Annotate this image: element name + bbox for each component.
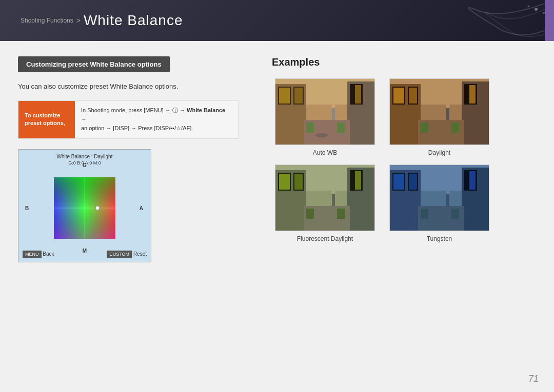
- caption-tungsten: Tungsten: [427, 235, 452, 242]
- svg-rect-22: [306, 122, 314, 133]
- menu-back-group: MENU Back: [23, 251, 54, 258]
- svg-rect-17: [355, 85, 361, 104]
- example-auto-wb: Auto WB: [272, 78, 378, 156]
- breadcrumb-separator: >: [76, 16, 81, 25]
- svg-rect-23: [337, 122, 345, 133]
- page-title: White Balance: [84, 12, 183, 29]
- purple-tab: [545, 0, 554, 41]
- svg-rect-29: [393, 88, 404, 104]
- svg-rect-52: [306, 209, 314, 219]
- svg-rect-48: [355, 171, 361, 190]
- left-panel: Customizing preset White Balance options…: [0, 41, 256, 392]
- svg-rect-37: [421, 122, 428, 133]
- header-decoration: [400, 0, 554, 41]
- svg-rect-50: [332, 193, 335, 206]
- svg-rect-45: [294, 174, 303, 190]
- examples-title: Examples: [272, 56, 539, 68]
- svg-point-21: [331, 104, 335, 108]
- description-text: You can also customize preset White Bala…: [18, 82, 239, 90]
- right-panel: Examples: [256, 41, 554, 392]
- example-image-auto-wb: [275, 78, 375, 145]
- wb-diagram-title: White Balance : Daylight: [23, 154, 147, 159]
- wb-label-a: A: [140, 205, 143, 211]
- svg-point-7: [95, 206, 100, 210]
- color-grid-svg: [51, 175, 118, 241]
- svg-rect-65: [446, 193, 449, 206]
- svg-rect-63: [469, 171, 476, 190]
- custom-reset-group: CUSTOM Reset: [107, 251, 147, 258]
- street-image-fluorescent: [275, 165, 375, 231]
- example-image-tungsten: [389, 164, 489, 231]
- svg-rect-68: [451, 209, 459, 219]
- instruction-content: In Shooting mode, press [MENU] → ⓘ → Whi…: [75, 101, 238, 138]
- svg-rect-14: [294, 88, 303, 104]
- example-daylight: Daylight: [386, 78, 492, 156]
- menu-button[interactable]: MENU: [23, 251, 42, 258]
- wb-label-g: G: [83, 162, 87, 168]
- caption-auto-wb: Auto WB: [313, 149, 337, 156]
- svg-rect-30: [409, 88, 417, 104]
- svg-rect-53: [337, 209, 345, 219]
- breadcrumb: Shooting Functions: [21, 17, 73, 24]
- example-image-daylight: [389, 78, 489, 145]
- svg-rect-38: [451, 122, 459, 133]
- instruction-box: To customizepreset options, In Shooting …: [18, 100, 239, 139]
- header: Shooting Functions > White Balance: [0, 0, 554, 41]
- caption-daylight: Daylight: [428, 149, 450, 156]
- street-image-daylight: [390, 79, 489, 145]
- svg-rect-60: [409, 174, 417, 190]
- main-content: Customizing preset White Balance options…: [0, 41, 554, 392]
- street-image-auto-wb: [275, 79, 375, 145]
- svg-rect-67: [421, 209, 428, 219]
- example-tungsten: Tungsten: [386, 164, 492, 242]
- wb-label-b: B: [25, 205, 29, 211]
- example-image-fluorescent: [275, 164, 375, 231]
- wb-diagram: White Balance : Daylight G:0 B:0 A:9 M:0…: [18, 149, 151, 262]
- svg-point-51: [331, 190, 335, 194]
- example-fluorescent: Fluorescent Daylight: [272, 164, 378, 242]
- page-number: 71: [528, 374, 539, 384]
- svg-point-66: [446, 190, 450, 194]
- street-image-tungsten: [390, 165, 489, 231]
- section-title: Customizing preset White Balance options: [18, 56, 170, 72]
- svg-rect-13: [279, 88, 290, 104]
- custom-button[interactable]: CUSTOM: [107, 251, 132, 258]
- caption-fluorescent: Fluorescent Daylight: [297, 235, 353, 242]
- wb-label-m: M: [83, 248, 87, 254]
- reset-label: Reset: [133, 251, 147, 257]
- instruction-label: To customizepreset options,: [18, 101, 75, 138]
- svg-rect-44: [279, 174, 290, 190]
- back-label: Back: [43, 251, 54, 257]
- svg-rect-35: [446, 107, 449, 120]
- svg-rect-59: [393, 174, 404, 190]
- svg-point-0: [535, 8, 538, 11]
- svg-point-19: [315, 133, 328, 137]
- svg-rect-33: [469, 85, 476, 104]
- svg-point-2: [528, 6, 529, 7]
- examples-grid: Auto WB: [272, 78, 492, 242]
- svg-rect-20: [332, 107, 335, 120]
- svg-point-36: [446, 104, 450, 108]
